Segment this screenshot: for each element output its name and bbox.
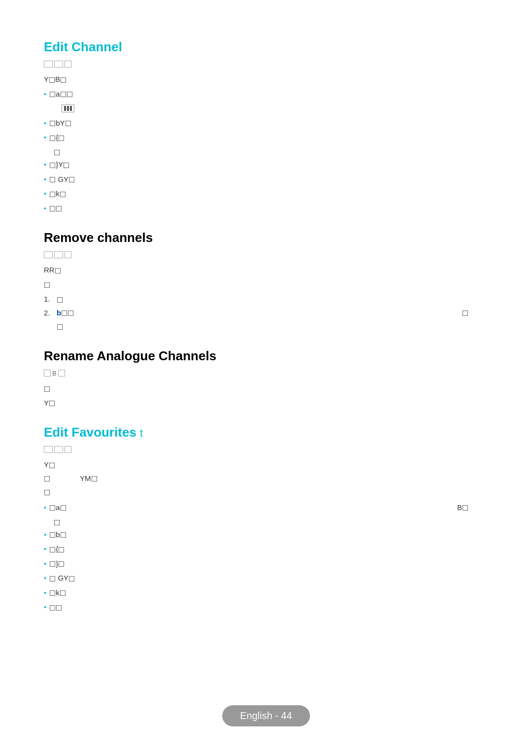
- bullet-dy: • }Y: [44, 158, 488, 171]
- rename-analogue-title: Rename Analogue Channels: [44, 348, 488, 364]
- page-badge: English - 44: [222, 705, 310, 726]
- line-rr: RR: [44, 264, 488, 276]
- fav-bullet-b: • b: [44, 528, 488, 541]
- bullet-last-ec: •: [44, 202, 488, 215]
- remove-channels-section: Remove channels RR 1. 2. b: [44, 230, 488, 333]
- icon-bar-indent: [62, 102, 488, 115]
- sub-c: [54, 146, 488, 159]
- fav-sub-a: [54, 515, 488, 528]
- rename-content: Y: [44, 382, 488, 409]
- favourites-nav: [44, 446, 488, 454]
- bullet-k: • k: [44, 187, 488, 200]
- fav-line-inline: YM: [44, 472, 488, 485]
- fav-bullet-last: •: [44, 601, 488, 614]
- fav-bullet-c: • {: [44, 543, 488, 555]
- bullet-by: • bY: [44, 117, 488, 130]
- edit-favourites-title: Edit Favourites t: [44, 425, 488, 440]
- edit-favourites-section: Edit Favourites t Y YM • a B •: [44, 425, 488, 614]
- rename-line1: [44, 382, 488, 395]
- line-empty2: [57, 320, 488, 333]
- rename-analogue-section: Rename Analogue Channels B Y: [44, 348, 488, 410]
- rename-line2: Y: [44, 397, 488, 410]
- edit-channel-nav: [44, 61, 488, 69]
- fav-bullet-k: • k: [44, 586, 488, 599]
- edit-favourites-content: Y YM • a B • b • { • }: [44, 458, 488, 614]
- remove-channels-content: RR 1. 2. b: [44, 264, 488, 333]
- remove-channels-title: Remove channels: [44, 230, 488, 245]
- edit-channel-content: YB • a • bY • { • }Y • GY: [44, 73, 488, 214]
- remove-nav: [44, 251, 488, 260]
- fav-line-empty: [44, 485, 488, 498]
- edit-channel-section: Edit Channel YB • a • bY •: [44, 39, 488, 214]
- edit-channel-title: Edit Channel: [44, 39, 488, 55]
- fav-bullet-a: • a B: [44, 501, 488, 514]
- line-empty1: [44, 278, 488, 291]
- numbered-2: 2. b: [44, 307, 488, 319]
- fav-bullet-gy: • GY: [44, 572, 488, 584]
- numbered-1: 1.: [44, 293, 488, 306]
- bullet-a: • a: [44, 88, 488, 101]
- bullet-c: • {: [44, 131, 488, 144]
- line-yb: YB: [44, 73, 488, 86]
- fav-line-y: Y: [44, 458, 488, 471]
- rename-nav: B: [44, 370, 488, 378]
- bullet-gy: • GY: [44, 173, 488, 186]
- fav-bullet-d: • }: [44, 557, 488, 570]
